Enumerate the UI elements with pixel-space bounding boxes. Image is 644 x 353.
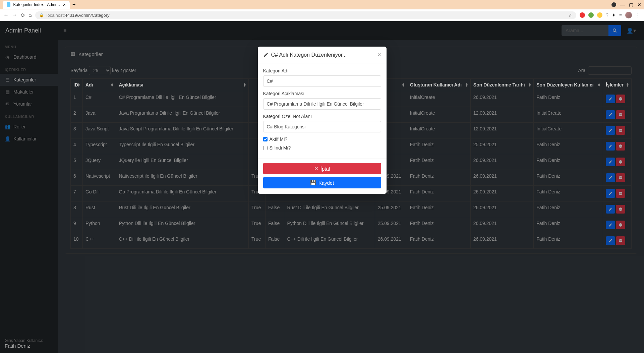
lock-icon: 🔒 bbox=[39, 13, 44, 17]
input-desc[interactable] bbox=[263, 98, 381, 110]
column-header[interactable]: Son Düzenlenme Tarihi▲▼ bbox=[470, 79, 533, 91]
browser-chrome: Kategoriler Index - Admin Paneli × + — ▢… bbox=[0, 0, 644, 21]
star-icon[interactable]: ☆ bbox=[568, 13, 572, 18]
close-icon[interactable]: × bbox=[63, 2, 66, 7]
column-header[interactable]: ID▲▼ bbox=[71, 79, 83, 91]
url-path: 44319/Admin/Category bbox=[65, 13, 110, 18]
close-icon: ✕ bbox=[314, 166, 318, 172]
url-bar[interactable]: 🔒 localhost:44319/Admin/Category ☆ bbox=[35, 11, 576, 19]
home-button[interactable]: ⌂ bbox=[28, 12, 32, 18]
forward-button[interactable]: → bbox=[12, 12, 17, 18]
url-host: localhost: bbox=[47, 13, 65, 18]
column-header[interactable]: Adı▲▼ bbox=[82, 79, 116, 91]
sort-icon: ▲▼ bbox=[528, 83, 531, 87]
app: Admin Paneli MENÜ ◷ Dashboard İÇERİKLER … bbox=[0, 21, 644, 353]
maximize-icon[interactable]: ▢ bbox=[629, 2, 633, 7]
sort-icon: ▲▼ bbox=[77, 83, 80, 87]
sort-icon: ▲▼ bbox=[465, 83, 468, 87]
modal-close-button[interactable]: × bbox=[377, 51, 381, 58]
label-deleted: Silindi Mi? bbox=[270, 145, 291, 151]
save-icon: 💾 bbox=[310, 180, 316, 186]
tab-title: Kategoriler Index - Admin Paneli bbox=[13, 2, 60, 7]
sort-icon: ▲▼ bbox=[110, 83, 114, 87]
favicon-icon bbox=[7, 2, 10, 7]
extension-icon[interactable] bbox=[597, 12, 602, 18]
checkbox-active[interactable] bbox=[263, 137, 268, 141]
label-active: Aktif Mi? bbox=[270, 136, 288, 142]
column-header[interactable]: Oluşturan Kullanıcı Adı▲▼ bbox=[407, 79, 470, 91]
modal-title-text: C# Adlı Kategori Düzenleniyor... bbox=[271, 52, 347, 58]
new-tab-button[interactable]: + bbox=[72, 2, 75, 8]
back-button[interactable]: ← bbox=[3, 12, 9, 18]
label-desc: Kategori Açıklaması bbox=[263, 91, 381, 96]
extensions-icon[interactable]: ✦ bbox=[612, 12, 616, 18]
cancel-button[interactable]: ✕ İptal bbox=[263, 163, 381, 174]
sort-icon: ▲▼ bbox=[597, 83, 601, 87]
modal-header: C# Adlı Kategori Düzenleniyor... × bbox=[258, 47, 387, 63]
help-icon[interactable]: ? bbox=[606, 12, 608, 18]
browser-tab[interactable]: Kategoriler Index - Admin Paneli × bbox=[3, 1, 70, 9]
label-note: Kategori Özel Not Alanı bbox=[263, 114, 381, 119]
edit-icon bbox=[263, 52, 269, 58]
modal-body: Kategori Adı Kategori Açıklaması Kategor… bbox=[258, 63, 387, 159]
sort-icon: ▲▼ bbox=[626, 83, 629, 87]
modal-footer: ✕ İptal 💾 Kaydet bbox=[258, 159, 387, 194]
menu-icon[interactable]: ⋮ bbox=[635, 12, 641, 18]
label-name: Kategori Adı bbox=[263, 68, 381, 73]
checkbox-deleted[interactable] bbox=[263, 146, 268, 150]
profile-avatar[interactable] bbox=[625, 12, 632, 18]
window-controls: — ▢ ✕ bbox=[611, 2, 641, 7]
column-header[interactable]: Açıklaması▲▼ bbox=[116, 79, 249, 91]
close-window-icon[interactable]: ✕ bbox=[637, 2, 641, 7]
tab-bar: Kategoriler Index - Admin Paneli × + — ▢… bbox=[0, 0, 644, 9]
toolbar-extensions: ? ✦ ≡ ⋮ bbox=[580, 12, 641, 18]
input-note[interactable] bbox=[263, 121, 381, 132]
extension-icon[interactable] bbox=[588, 12, 594, 18]
extension-icon[interactable] bbox=[580, 12, 585, 18]
reload-button[interactable]: ⟳ bbox=[21, 12, 25, 18]
save-label: Kaydet bbox=[318, 180, 334, 186]
column-header[interactable]: İşlemler▲▼ bbox=[603, 79, 631, 91]
sort-icon: ▲▼ bbox=[243, 83, 246, 87]
modal-title: C# Adlı Kategori Düzenleniyor... bbox=[263, 52, 347, 58]
minimize-icon[interactable]: — bbox=[620, 2, 625, 7]
save-button[interactable]: 💾 Kaydet bbox=[263, 177, 381, 188]
browser-toolbar: ← → ⟳ ⌂ 🔒 localhost:44319/Admin/Category… bbox=[0, 9, 644, 21]
incognito-icon bbox=[611, 2, 616, 7]
edit-modal: C# Adlı Kategori Düzenleniyor... × Kateg… bbox=[258, 47, 387, 194]
reading-list-icon[interactable]: ≡ bbox=[619, 12, 622, 18]
sort-icon: ▲▼ bbox=[402, 83, 405, 87]
cancel-label: İptal bbox=[320, 166, 330, 172]
column-header[interactable]: Son Düzenleyen Kullanıcı▲▼ bbox=[534, 79, 603, 91]
input-name[interactable] bbox=[263, 75, 381, 87]
